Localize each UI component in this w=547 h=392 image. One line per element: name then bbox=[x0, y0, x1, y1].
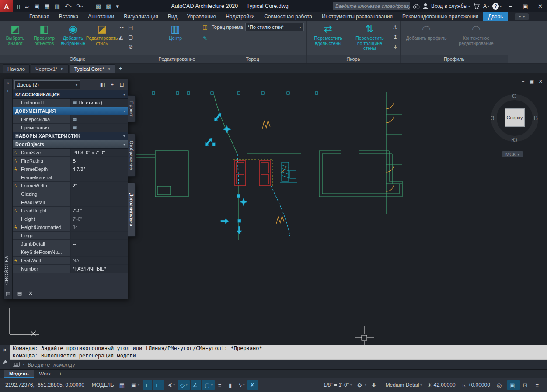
property-value[interactable]: -- bbox=[71, 232, 128, 239]
redo-icon[interactable]: ↷ ▾ bbox=[74, 1, 85, 11]
property-row[interactable]: ϟ FireRating B bbox=[13, 157, 128, 165]
property-value[interactable]: -- bbox=[71, 173, 128, 181]
add-profile-button[interactable]: ◠ Добавить профиль bbox=[402, 22, 451, 55]
property-value[interactable]: ▦ bbox=[71, 124, 128, 132]
3d-osnap-icon[interactable]: ✗ bbox=[247, 380, 258, 390]
layout-tab[interactable]: Модель bbox=[4, 370, 34, 378]
property-value[interactable] bbox=[71, 248, 128, 256]
autodesk-app-icon[interactable]: А ▾ bbox=[483, 3, 489, 9]
property-value[interactable]: *РАЗЛИЧНЫЕ* bbox=[71, 265, 128, 273]
window-minimize-button[interactable]: − bbox=[505, 0, 516, 12]
property-row[interactable]: ϟ DoorSize PR 3'-0" x 7'-0" bbox=[13, 149, 128, 157]
new-layout-button[interactable]: + bbox=[56, 371, 64, 377]
anchor-release-icon[interactable]: ↥ bbox=[391, 33, 400, 41]
remove-filter-icon[interactable]: ✕ bbox=[27, 290, 34, 297]
add-annotation-scales-icon[interactable]: ✚ bbox=[369, 380, 381, 390]
model-space-button[interactable]: МОДЕЛЬ bbox=[90, 380, 116, 390]
dynamic-input-icon[interactable]: + bbox=[143, 380, 152, 390]
property-row[interactable]: Гиперссылка ▦ bbox=[13, 115, 128, 124]
file-tab-close-icon[interactable]: ✕ bbox=[60, 65, 64, 73]
property-value[interactable]: 84 bbox=[71, 223, 128, 231]
window-close-button[interactable]: ✕ bbox=[534, 0, 546, 12]
move-across-wall-button[interactable]: ⇅ Переместить по толщине стены bbox=[349, 22, 390, 55]
quick-select-icon[interactable]: ◧ bbox=[98, 81, 107, 89]
clean-screen-icon[interactable]: ⊡ bbox=[521, 380, 533, 390]
object-snap-icon[interactable]: ▢ ▾ bbox=[202, 380, 215, 390]
property-value[interactable]: PR 3'-0" x 7'-0" bbox=[71, 149, 128, 156]
ribbon-tab[interactable]: Инструменты распознавания bbox=[317, 12, 397, 21]
ribbon-tab[interactable]: Визуализация bbox=[119, 12, 163, 21]
edit-style-button[interactable]: ◪ Редактировать стиль bbox=[88, 22, 116, 55]
save-icon[interactable]: ▣ bbox=[32, 1, 42, 11]
property-row[interactable]: FrameMaterial -- bbox=[13, 173, 128, 182]
palette-menu-icon[interactable]: ▤ bbox=[6, 291, 10, 297]
ribbon-tab[interactable]: Рекомендованные приложения bbox=[397, 12, 483, 21]
property-row[interactable]: ϟ HeightUnformatted 84 bbox=[13, 223, 128, 232]
property-data-icon[interactable]: ▤ bbox=[16, 290, 23, 297]
property-value[interactable]: 7'-0" bbox=[71, 215, 128, 223]
ribbon-tab[interactable]: Вставка bbox=[54, 12, 84, 21]
file-tab[interactable]: Typical Core* ✕ bbox=[70, 64, 115, 73]
palette-side-tab[interactable]: Дополнительно bbox=[128, 183, 136, 237]
app-store-cart-icon[interactable] bbox=[473, 3, 480, 9]
new-file-icon[interactable]: ▯ bbox=[15, 1, 23, 11]
section-classification[interactable]: КЛАССИФИКАЦИЯ ▾ bbox=[13, 90, 128, 99]
property-value[interactable] bbox=[71, 190, 128, 198]
detail-level-button[interactable]: Medium Detail ▾ bbox=[382, 380, 424, 390]
selection-cycling-icon[interactable]: ▮ bbox=[226, 380, 236, 390]
lineweight-icon[interactable]: ≡ bbox=[216, 380, 225, 390]
undo-icon[interactable]: ↶ ▾ bbox=[63, 1, 74, 11]
category-doorobjects[interactable]: DoorObjects ▾ bbox=[13, 140, 128, 149]
move-along-wall-button[interactable]: ⇄ Переместить вдоль стены bbox=[308, 22, 348, 55]
help-button[interactable]: ? ▾ bbox=[492, 3, 502, 10]
plot-icon[interactable]: ▥ bbox=[52, 1, 63, 11]
sheet-set-manager-icon[interactable]: ▧ bbox=[91, 1, 104, 11]
property-row[interactable]: ϟ FrameWidth 2" bbox=[13, 182, 128, 190]
property-value[interactable]: 7'-0" bbox=[71, 207, 128, 215]
palette-pin-icon[interactable]: + bbox=[7, 88, 9, 94]
ucs-menu[interactable]: МСК ▾ bbox=[502, 151, 523, 157]
property-value[interactable]: -- bbox=[71, 240, 128, 248]
anchor-set-icon[interactable]: ⚓ bbox=[391, 23, 400, 31]
elevation-button[interactable]: ⊾ +0.00000 bbox=[460, 380, 494, 390]
select-objects-icon[interactable]: + bbox=[108, 81, 116, 89]
save-as-icon[interactable]: ▦ bbox=[42, 1, 52, 11]
file-tab[interactable]: Начало ✕ bbox=[3, 64, 30, 73]
property-row[interactable]: Height 7'-0" bbox=[13, 215, 128, 223]
ribbon-tab[interactable]: Дверь bbox=[483, 12, 508, 21]
palette-autohide-icon[interactable]: « bbox=[7, 80, 9, 86]
property-row[interactable]: Uniformat II ▦ По стилю (... bbox=[13, 99, 128, 107]
panel-label[interactable]: Якорь bbox=[307, 55, 400, 63]
ribbon-tab[interactable]: Надстройки bbox=[221, 12, 259, 21]
drawing-close-icon[interactable]: ✕ bbox=[539, 79, 543, 84]
command-close-icon[interactable]: ✕ bbox=[3, 347, 7, 353]
annotation-scale-button[interactable]: 1/8" = 1'-0" ▾ bbox=[320, 380, 354, 390]
annotation-tools-icon[interactable]: ⚙ ▾ bbox=[355, 380, 369, 390]
palette-side-tab[interactable]: Отображение bbox=[128, 134, 136, 177]
surface-brightness-button[interactable]: ☀ 42.00000 bbox=[425, 380, 459, 390]
anchor-flip-icon[interactable]: ↧ bbox=[391, 42, 400, 51]
property-value[interactable]: NA bbox=[71, 257, 128, 264]
command-input[interactable]: ▾ Введите команду bbox=[10, 360, 547, 369]
endcap-style-select[interactable]: *По стилю стен* ▾ bbox=[245, 23, 304, 31]
section-documentation[interactable]: ДОКУМЕНТАЦИЯ ▾ bbox=[13, 107, 128, 115]
context-edit-button[interactable]: ◠ Контекстное редактирование bbox=[452, 22, 501, 55]
drawing-minimize-icon[interactable]: − bbox=[522, 79, 524, 84]
property-row[interactable]: ϟ FrameDepth 4 7/8" bbox=[13, 165, 128, 173]
window-restore-button[interactable]: ▣ bbox=[519, 0, 531, 12]
property-row[interactable]: JambDetail -- bbox=[13, 240, 128, 248]
search-input[interactable]: Введите ключевое слово/фразу bbox=[333, 2, 410, 10]
property-value[interactable]: ▦ По стилю (... bbox=[71, 99, 128, 107]
signin-button[interactable]: Вход в службы ▾ bbox=[431, 3, 470, 9]
drawing-canvas[interactable]: − ▣ ✕ С З В Ю Сверху МСК ▾ « bbox=[0, 73, 547, 345]
endcap-brush-icon[interactable]: ✎ bbox=[201, 34, 209, 42]
command-window[interactable]: Команда: Задайте противоположный угол ил… bbox=[10, 345, 547, 369]
style-manager-icon[interactable]: ▤ bbox=[126, 23, 135, 31]
viewcube-west[interactable]: З bbox=[491, 114, 494, 121]
purge-style-icon[interactable]: ⊘ bbox=[126, 42, 135, 51]
layout-tab[interactable]: Work bbox=[35, 370, 56, 378]
viewcube[interactable]: С З В Ю Сверху МСК ▾ bbox=[489, 85, 540, 163]
viewcube-east[interactable]: В bbox=[534, 114, 538, 121]
property-row[interactable]: HeadDetail -- bbox=[13, 198, 128, 207]
property-value[interactable]: 4 7/8" bbox=[71, 165, 128, 173]
